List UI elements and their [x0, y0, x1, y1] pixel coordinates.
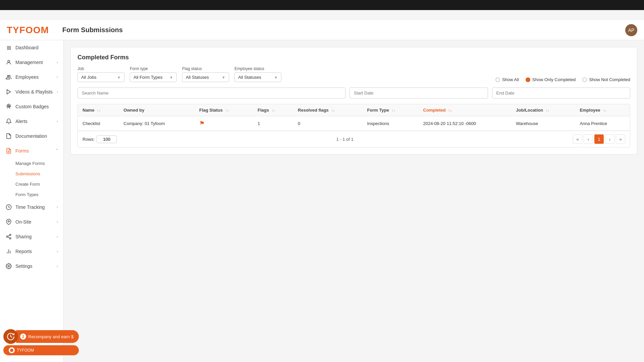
submenu-create-form[interactable]: Create Form [0, 179, 63, 189]
sidebar-item-sharing[interactable]: Sharing › [0, 229, 63, 244]
page-info: 1 - 1 of 1 [336, 137, 353, 142]
form-type-filter-select[interactable]: All Form Types ▼ [130, 72, 177, 82]
prev-page-button[interactable]: ‹ [584, 134, 593, 144]
rows-selector: Rows: [83, 135, 117, 143]
svg-point-2 [9, 75, 10, 77]
sidebar-item-time-tracking[interactable]: Time Tracking › [0, 200, 63, 215]
submenu-form-types[interactable]: Form Types [0, 189, 63, 200]
svg-line-13 [8, 235, 9, 236]
col-completed-sort-icon: ↑↓ [448, 108, 452, 112]
cell-flag-status: ⚑ [195, 116, 253, 131]
col-employee[interactable]: Employee ↑↓ [575, 104, 630, 116]
sidebar-item-settings[interactable]: Settings › [0, 259, 63, 274]
submissions-table: Name ↑↓ Owned by Flag Status ↑↓ Flags ↑↓… [77, 104, 630, 147]
sharing-icon [5, 233, 12, 240]
last-page-button[interactable]: » [616, 134, 625, 144]
radio-show-only-completed[interactable]: Show Only Completed [526, 77, 576, 82]
on-site-chevron: › [57, 220, 58, 224]
col-employee-sort-icon: ↑↓ [603, 108, 606, 112]
employee-status-filter-select[interactable]: All Statuses ▼ [234, 72, 281, 82]
col-flag-status[interactable]: Flag Status ↑↓ [195, 104, 253, 116]
time-tracking-chevron: › [57, 205, 58, 209]
sidebar: ⊞ Dashboard Management › Employees › [0, 40, 64, 362]
sharing-chevron: › [57, 234, 58, 239]
col-resolved-flags-sort-icon: ↑↓ [331, 108, 335, 112]
page-nav: « ‹ 1 › » [573, 134, 625, 144]
svg-marker-3 [7, 89, 11, 94]
col-flags[interactable]: Flags ↑↓ [253, 104, 293, 116]
management-chevron: › [57, 60, 58, 65]
rows-input[interactable] [97, 135, 117, 143]
reports-icon [5, 248, 12, 255]
submenu-manage-forms[interactable]: Manage Forms [0, 158, 63, 169]
flag-status-filter-label: Flag status [182, 66, 229, 71]
col-resolved-flags[interactable]: Resolved flags ↑↓ [293, 104, 362, 116]
radio-show-all[interactable]: Show All [495, 77, 519, 82]
promo-brand-label: TYFOOM [17, 348, 34, 353]
sidebar-item-alerts[interactable]: Alerts › [0, 114, 63, 129]
table-body: Checklist Company: 01 Tyfoom ⚑ 1 0 Inspe… [78, 116, 630, 131]
sidebar-item-reports[interactable]: Reports › [0, 244, 63, 259]
col-job-location-sort-icon: ↑↓ [546, 108, 549, 112]
cell-owned-by: Company: 01 Tyfoom [119, 116, 195, 131]
flag-status-filter-arrow: ▼ [222, 75, 225, 79]
promo-badge[interactable]: 2 Recompany and earn $ [16, 330, 79, 343]
submenu-submissions[interactable]: Submissions [0, 169, 63, 179]
radio-show-not-completed[interactable]: Show Not Completed [582, 77, 630, 82]
promo-brand-icon [9, 347, 15, 353]
employees-chevron: › [57, 75, 58, 79]
alerts-icon [5, 118, 12, 125]
sidebar-item-employees[interactable]: Employees › [0, 70, 63, 84]
end-date-input[interactable] [492, 87, 631, 99]
svg-point-9 [9, 234, 11, 236]
promo-swirl-icon [3, 329, 18, 344]
promo-count: 2 [20, 334, 26, 340]
col-owned-by: Owned by [119, 104, 195, 116]
header: TYFOOM Form Submissions AP [0, 20, 644, 40]
job-filter-label: Job [77, 66, 124, 71]
sidebar-item-dashboard[interactable]: ⊞ Dashboard [0, 40, 63, 55]
logo[interactable]: TYFOOM [7, 25, 49, 36]
svg-point-11 [9, 238, 11, 239]
job-filter-select[interactable]: All Jobs ▼ [77, 72, 124, 82]
avatar[interactable]: AP [625, 24, 637, 36]
col-job-location[interactable]: Job/Location ↑↓ [511, 104, 575, 116]
forms-submenu: Manage Forms Submissions Create Form For… [0, 158, 63, 200]
flag-status-filter-group: Flag status All Statuses ▼ [182, 66, 229, 82]
sidebar-item-custom-badges[interactable]: Custom Badges [0, 99, 63, 114]
col-name[interactable]: Name ↑↓ [78, 104, 119, 116]
start-date-input[interactable] [350, 87, 488, 99]
job-filter-arrow: ▼ [117, 75, 121, 79]
filters-row: Job All Jobs ▼ Form type All Form Types … [77, 66, 630, 82]
promo-text: Recompany and earn $ [28, 334, 73, 339]
employees-icon [5, 74, 12, 80]
main-content: Completed Forms Job All Jobs ▼ Form type… [64, 40, 644, 362]
col-form-type[interactable]: Form Type ↑↓ [362, 104, 418, 116]
radio-show-only-completed-circle [526, 77, 530, 82]
sidebar-item-documentation[interactable]: Documentation [0, 129, 63, 143]
sidebar-item-management[interactable]: Management › [0, 55, 63, 70]
sidebar-item-forms[interactable]: Forms ˅ [0, 143, 63, 158]
flag-status-filter-select[interactable]: All Statuses ▼ [182, 72, 229, 82]
search-input[interactable] [77, 87, 345, 99]
promo-brand-bar[interactable]: TYFOOM [3, 345, 79, 355]
flag-icon: ⚑ [199, 120, 205, 127]
first-page-button[interactable]: « [573, 134, 582, 144]
col-completed[interactable]: Completed ↑↓ [419, 104, 512, 116]
sidebar-item-videos[interactable]: Videos & Playlists › [0, 84, 63, 99]
dashboard-icon: ⊞ [5, 44, 12, 51]
settings-icon [5, 263, 12, 269]
next-page-button[interactable]: › [605, 134, 614, 144]
table-row[interactable]: Checklist Company: 01 Tyfoom ⚑ 1 0 Inspe… [78, 116, 630, 131]
table-header: Name ↑↓ Owned by Flag Status ↑↓ Flags ↑↓… [78, 104, 630, 116]
top-bar [0, 0, 644, 10]
svg-line-12 [8, 237, 9, 238]
cell-name: Checklist [78, 116, 119, 131]
employee-status-filter-arrow: ▼ [274, 75, 278, 79]
sidebar-item-on-site[interactable]: On-Site › [0, 215, 63, 229]
current-page-button[interactable]: 1 [594, 134, 604, 144]
page-title: Form Submissions [62, 26, 123, 34]
table: Name ↑↓ Owned by Flag Status ↑↓ Flags ↑↓… [78, 104, 630, 131]
cell-job-location: Warehouse [511, 116, 575, 131]
cell-employee: Anna Prentice [575, 116, 630, 131]
